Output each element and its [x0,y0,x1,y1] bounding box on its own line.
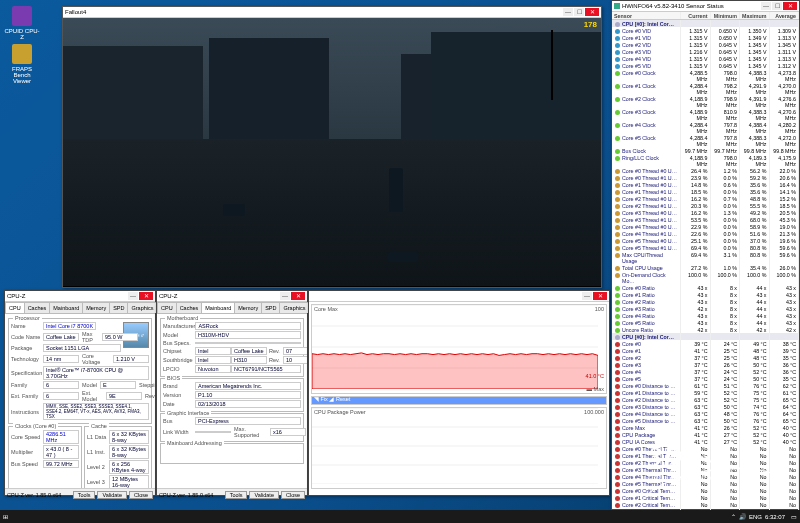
sensor-row[interactable]: Core #5 Thread #1 U…69.4 %0.0 %80.8 %59.… [612,244,799,251]
titlebar[interactable]: CPU-Z—✕ [5,291,155,302]
close-button[interactable]: ✕ [585,8,599,16]
tab-spd[interactable]: SPD [261,302,280,313]
sensor-row[interactable]: Core #2 VID1.315 V0.645 V1.345 V1.345 V [612,41,799,48]
col-minimum[interactable]: Minimum [711,12,741,19]
sensor-row[interactable]: Core #4 Distance to …63 °C48 °C76 °C64 °… [612,410,799,417]
close-button[interactable]: Close [129,491,153,499]
col-maximum[interactable]: Maximum [740,12,770,19]
sensor-row[interactable]: Core #3 Thread #1 U…53.5 %0.0 %68.0 %45.… [612,216,799,223]
cpuz-window-cpu[interactable]: CPU-Z—✕ CPUCachesMainboardMemorySPDGraph… [4,290,156,496]
titlebar[interactable]: —✕ [309,291,609,302]
sensor-row[interactable]: Core #537 °C24 °C50 °C35 °C [612,375,799,382]
tab-graphics[interactable]: Graphics [127,302,157,313]
sensor-row[interactable]: Core #3 Ratio42 x8 x44 x43 x [612,305,799,312]
sensor-row[interactable]: Core #1 Thread #1 U…18.5 %0.0 %35.6 %14.… [612,188,799,195]
sensor-row[interactable]: Core #4 Clock4,288.4 MHz797.8 MHz4,388.4… [612,121,799,134]
sensor-row[interactable]: Core #0 Ratio43 x8 x44 x43 x [612,284,799,291]
sensor-row[interactable]: Uncore Ratio42 x8 x42 x42 x [612,326,799,333]
cpuz-window-mainboard[interactable]: CPU-Z—✕ CPUCachesMainboardMemorySPDGraph… [156,290,308,496]
sensor-row[interactable]: CPU Package41 °C27 °C52 °C40 °C [612,431,799,438]
sensor-row[interactable]: Core #1 Ratio43 x8 x43 x43 x [612,291,799,298]
sensor-row[interactable]: Ring/LLC Clock4,188.9 MHz798.0 MHz4,189.… [612,154,799,167]
tab-cpu[interactable]: CPU [157,302,177,313]
tray-icon[interactable]: ⌃ [731,513,736,520]
sensor-row[interactable]: Core #5 Ratio43 x8 x44 x43 x [612,319,799,326]
sensor-section[interactable]: CPU [#0]: Intel Cor… [612,20,799,27]
titlebar[interactable]: CPU-Z—✕ [157,291,307,302]
close-button[interactable]: ✕ [139,292,153,300]
col-average[interactable]: Average [770,12,800,19]
tray-icon[interactable]: 🔊 [739,513,746,520]
tab-spd[interactable]: SPD [109,302,128,313]
tab-cpu[interactable]: CPU [5,302,25,313]
sensor-row[interactable]: Core #3 Clock4,188.9 MHz810.9 MHz4,388.3… [612,108,799,121]
sensor-row[interactable]: Core #4 Thread #0 U…22.9 %0.0 %58.9 %19.… [612,223,799,230]
sensor-row[interactable]: Core #2 Thread #1 U…20.3 %0.0 %55.5 %18.… [612,202,799,209]
coretemp-window[interactable]: —✕ Core Max 100 41.0 °C ▬ Max ◥ Fix ◢ Re… [308,290,610,496]
taskbar[interactable]: ⊞ ⌃ 🔊 ENG 6:32:07 ▭ [0,510,800,523]
sensor-row[interactable]: Core #0 VID1.315 V0.650 V1.350 V1.309 V [612,27,799,34]
notifications-button[interactable]: ▭ [788,513,800,520]
sensor-row[interactable]: Core #1 Clock4,288.4 MHz798.2 MHz4,291.9… [612,82,799,95]
sensor-row[interactable]: Core #437 °C24 °C52 °C36 °C [612,368,799,375]
sensor-row[interactable]: Core #5 VID1.315 V0.645 V1.345 V1.312 V [612,62,799,69]
sensor-row[interactable]: Core #2 Thread #0 U…16.2 %0.7 %48.8 %15.… [612,195,799,202]
tab-memory[interactable]: Memory [234,302,262,313]
sensor-row[interactable]: Core #237 °C25 °C48 °C35 °C [612,354,799,361]
sensor-row[interactable]: Total CPU Usage27.2 %1.0 %35.4 %26.0 % [612,264,799,271]
minimize-button[interactable]: — [280,292,290,300]
col-current[interactable]: Current [681,12,711,19]
close-button[interactable]: ✕ [593,292,607,300]
sensor-row[interactable]: Core #2 Clock4,188.9 MHz798.9 MHz4,391.9… [612,95,799,108]
close-button[interactable]: Close [281,491,305,499]
taskbar-clock[interactable]: 6:32:07 [765,514,785,520]
sensor-row[interactable]: Core #2 Ratio43 x8 x44 x43 x [612,298,799,305]
sensor-row[interactable]: Core Max41 °C26 °C52 °C40 °C [612,424,799,431]
sensor-row[interactable]: Core #4 Thread #1 U…22.6 %0.0 %51.6 %21.… [612,230,799,237]
sensor-row[interactable]: Core #3 VID1.216 V0.645 V1.345 V1.311 V [612,48,799,55]
hwinfo-window[interactable]: HWiNFO64 v5.82-3410 Sensor Status—☐✕ Sen… [611,0,800,510]
tray-lang[interactable]: ENG [749,514,762,520]
tab-mainboard[interactable]: Mainboard [49,302,83,313]
sensor-row[interactable]: Core #1 Distance to …59 °C52 °C75 °C61 °… [612,389,799,396]
sensor-row[interactable]: Core #039 °C24 °C49 °C38 °C [612,340,799,347]
tab-caches[interactable]: Caches [24,302,51,313]
sensor-row[interactable]: Core #141 °C25 °C48 °C39 °C [612,347,799,354]
sensor-row[interactable]: Core #2 Distance to …63 °C52 °C75 °C65 °… [612,396,799,403]
tools-button[interactable]: Tools [225,491,248,499]
game-viewport[interactable]: 178 [63,18,601,286]
sensor-section[interactable]: CPU [#0]: Intel Cor… [612,333,799,340]
sensor-row[interactable]: Core #337 °C26 °C50 °C36 °C [612,361,799,368]
validate-button[interactable]: Validate [97,491,126,499]
tab-graphics[interactable]: Graphics [279,302,309,313]
tools-button[interactable]: Tools [73,491,96,499]
sensor-row[interactable]: Core #0 Clock4,288.5 MHz798.0 MHz4,388.3… [612,69,799,82]
tab-mainboard[interactable]: Mainboard [201,302,235,313]
minimize-button[interactable]: — [128,292,138,300]
sensor-row[interactable]: Core #5 Distance to …63 °C50 °C76 °C65 °… [612,417,799,424]
desktop-icon-cpuz[interactable]: CPUID CPU-Z [4,6,40,40]
col-sensor[interactable]: Sensor [612,12,681,19]
titlebar[interactable]: HWiNFO64 v5.82-3410 Sensor Status—☐✕ [612,1,799,12]
sensor-row[interactable]: Core #5 Clock4,288.4 MHz797.8 MHz4,388.3… [612,134,799,147]
validate-button[interactable]: Validate [249,491,278,499]
tab-memory[interactable]: Memory [82,302,110,313]
sensor-row[interactable]: Core #1 VID1.315 V0.650 V1.349 V1.313 V [612,34,799,41]
sensor-row[interactable]: Core #0 Distance to …61 °C51 °C76 °C62 °… [612,382,799,389]
minimize-button[interactable]: — [563,8,573,16]
sensor-row[interactable]: Core #4 VID1.315 V0.645 V1.345 V1.313 V [612,55,799,62]
minimize-button[interactable]: — [761,2,771,10]
sensor-row[interactable]: Core #0 Thread #1 U…23.9 %0.0 %59.2 %20.… [612,174,799,181]
sensor-row[interactable]: Core #3 Thread #0 U…16.2 %1.3 %49.2 %20.… [612,209,799,216]
sensor-row[interactable]: Core #1 Thread #0 U…14.8 %0.6 %35.6 %16.… [612,181,799,188]
maximize-button[interactable]: ☐ [772,2,782,10]
sensor-row[interactable]: Bus Clock99.7 MHz99.7 MHz99.8 MHz99.8 MH… [612,147,799,154]
start-button[interactable]: ⊞ [0,510,11,523]
maximize-button[interactable]: ☐ [574,8,584,16]
desktop-icon-fraps[interactable]: FRAPS Bench Viewer [4,44,40,84]
sensor-row[interactable]: Core #3 Distance to …63 °C50 °C74 °C64 °… [612,403,799,410]
titlebar[interactable]: Fallout4—☐✕ [63,7,601,18]
close-button[interactable]: ✕ [783,2,797,10]
sensor-row[interactable]: On-Demand Clock Mo…100.0 %100.0 %100.0 %… [612,271,799,284]
separator-bar[interactable]: ◥ Fix ◢ Reset [311,396,607,405]
